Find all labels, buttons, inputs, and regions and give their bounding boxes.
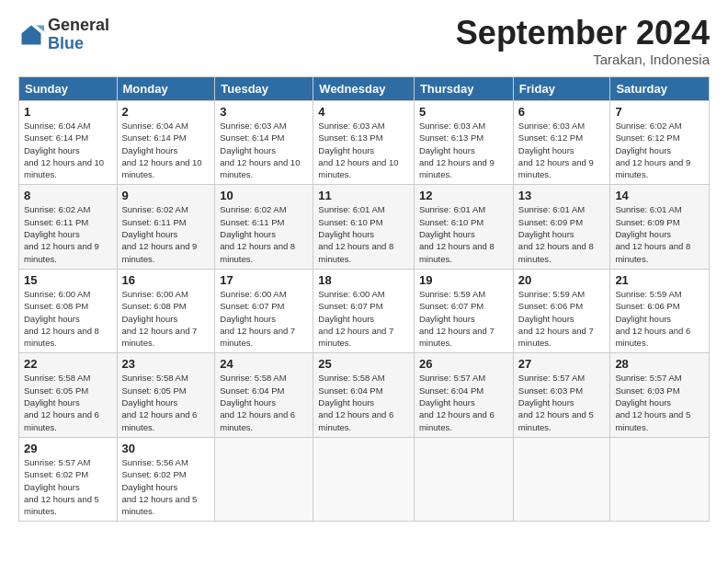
table-row: 10 Sunrise: 6:02 AM Sunset: 6:11 PM Dayl… bbox=[215, 185, 313, 269]
table-row: 20 Sunrise: 5:59 AM Sunset: 6:06 PM Dayl… bbox=[513, 269, 610, 352]
table-row: 11 Sunrise: 6:01 AM Sunset: 6:10 PM Dayl… bbox=[313, 185, 415, 269]
table-row: 13 Sunrise: 6:01 AM Sunset: 6:09 PM Dayl… bbox=[513, 185, 610, 269]
table-row: 4 Sunrise: 6:03 AM Sunset: 6:13 PM Dayli… bbox=[313, 101, 415, 185]
logo: General Blue bbox=[18, 17, 109, 53]
title-block: September 2024 Tarakan, Indonesia bbox=[456, 17, 710, 67]
page: General Blue September 2024 Tarakan, Ind… bbox=[0, 0, 728, 563]
table-row: 9 Sunrise: 6:02 AM Sunset: 6:11 PM Dayli… bbox=[117, 185, 215, 269]
header-saturday: Saturday bbox=[610, 77, 710, 101]
table-row: 8 Sunrise: 6:02 AM Sunset: 6:11 PM Dayli… bbox=[19, 185, 118, 269]
table-row bbox=[215, 437, 313, 521]
table-row: 12 Sunrise: 6:01 AM Sunset: 6:10 PM Dayl… bbox=[414, 185, 513, 269]
table-row bbox=[414, 437, 513, 521]
table-row: 21 Sunrise: 5:59 AM Sunset: 6:06 PM Dayl… bbox=[610, 269, 710, 352]
table-row: 1 Sunrise: 6:04 AM Sunset: 6:14 PM Dayli… bbox=[19, 101, 118, 185]
calendar-header-row: Sunday Monday Tuesday Wednesday Thursday… bbox=[19, 77, 710, 101]
month-title: September 2024 bbox=[456, 17, 710, 50]
table-row bbox=[313, 437, 415, 521]
header-thursday: Thursday bbox=[414, 77, 513, 101]
table-row: 15 Sunrise: 6:00 AM Sunset: 6:08 PM Dayl… bbox=[19, 269, 118, 352]
logo-icon bbox=[18, 22, 44, 48]
table-row: 6 Sunrise: 6:03 AM Sunset: 6:12 PM Dayli… bbox=[513, 101, 610, 185]
header-wednesday: Wednesday bbox=[313, 77, 415, 101]
location-subtitle: Tarakan, Indonesia bbox=[456, 52, 710, 67]
table-row: 7 Sunrise: 6:02 AM Sunset: 6:12 PM Dayli… bbox=[610, 101, 710, 185]
table-row: 25 Sunrise: 5:58 AM Sunset: 6:04 PM Dayl… bbox=[313, 353, 415, 437]
table-row: 22 Sunrise: 5:58 AM Sunset: 6:05 PM Dayl… bbox=[19, 353, 118, 437]
logo-text: General Blue bbox=[48, 17, 109, 53]
header-tuesday: Tuesday bbox=[215, 77, 313, 101]
table-row: 2 Sunrise: 6:04 AM Sunset: 6:14 PM Dayli… bbox=[117, 101, 215, 185]
table-row: 17 Sunrise: 6:00 AM Sunset: 6:07 PM Dayl… bbox=[215, 269, 313, 352]
table-row: 24 Sunrise: 5:58 AM Sunset: 6:04 PM Dayl… bbox=[215, 353, 313, 437]
table-row bbox=[513, 437, 610, 521]
header-sunday: Sunday bbox=[19, 77, 118, 101]
calendar-table: Sunday Monday Tuesday Wednesday Thursday… bbox=[18, 76, 710, 522]
table-row: 5 Sunrise: 6:03 AM Sunset: 6:13 PM Dayli… bbox=[414, 101, 513, 185]
header-monday: Monday bbox=[117, 77, 215, 101]
header-friday: Friday bbox=[513, 77, 610, 101]
table-row: 3 Sunrise: 6:03 AM Sunset: 6:14 PM Dayli… bbox=[215, 101, 313, 185]
svg-marker-0 bbox=[22, 25, 41, 44]
table-row: 30 Sunrise: 5:56 AM Sunset: 6:02 PM Dayl… bbox=[117, 437, 215, 521]
table-row: 28 Sunrise: 5:57 AM Sunset: 6:03 PM Dayl… bbox=[610, 353, 710, 437]
table-row: 18 Sunrise: 6:00 AM Sunset: 6:07 PM Dayl… bbox=[313, 269, 415, 352]
table-row: 23 Sunrise: 5:58 AM Sunset: 6:05 PM Dayl… bbox=[117, 353, 215, 437]
header: General Blue September 2024 Tarakan, Ind… bbox=[18, 17, 710, 67]
table-row bbox=[610, 437, 710, 521]
table-row: 26 Sunrise: 5:57 AM Sunset: 6:04 PM Dayl… bbox=[414, 353, 513, 437]
table-row: 16 Sunrise: 6:00 AM Sunset: 6:08 PM Dayl… bbox=[117, 269, 215, 352]
table-row: 19 Sunrise: 5:59 AM Sunset: 6:07 PM Dayl… bbox=[414, 269, 513, 352]
table-row: 29 Sunrise: 5:57 AM Sunset: 6:02 PM Dayl… bbox=[19, 437, 118, 521]
logo-blue: Blue bbox=[48, 35, 109, 53]
table-row: 27 Sunrise: 5:57 AM Sunset: 6:03 PM Dayl… bbox=[513, 353, 610, 437]
table-row: 14 Sunrise: 6:01 AM Sunset: 6:09 PM Dayl… bbox=[610, 185, 710, 269]
logo-general: General bbox=[48, 17, 109, 35]
